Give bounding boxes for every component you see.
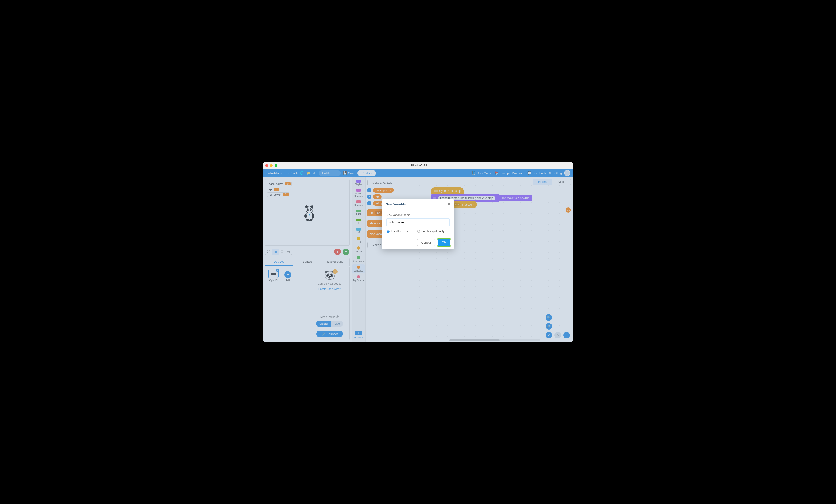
mode-upload[interactable]: Upload	[316, 321, 331, 327]
dialog-close-button[interactable]: ✕	[448, 202, 451, 206]
block-label: pressed?	[462, 203, 474, 206]
stage-view-small[interactable]: ▥	[272, 249, 279, 255]
zoom-out-button[interactable]: 🔎	[546, 323, 552, 330]
user-guide-link[interactable]: User Guide	[471, 171, 492, 175]
gear-icon	[548, 171, 551, 175]
examples-label: Example Programs	[499, 171, 525, 175]
extension-button[interactable]: +extension	[354, 329, 364, 340]
palette-var-base-power[interactable]: ✓ base_power	[367, 188, 415, 193]
category-variables[interactable]: Variables	[352, 264, 365, 273]
radio-icon	[386, 230, 390, 233]
category-label: AI	[352, 222, 365, 225]
category-my-blocks[interactable]: My Blocks	[352, 274, 365, 283]
save-button[interactable]: Save	[343, 171, 355, 175]
zoom-reset-button[interactable]: =	[563, 332, 570, 338]
settings-link[interactable]: Setting	[548, 171, 562, 175]
svg-point-9	[312, 214, 314, 218]
checkbox-icon[interactable]: ✓	[367, 188, 371, 192]
connect-heading: Connect your device	[318, 282, 341, 285]
var-reporter[interactable]: kp	[373, 194, 382, 199]
device-chip-icon	[271, 272, 276, 275]
block-hat-startup[interactable]: CyberPi starts up	[431, 188, 464, 194]
canvas-scrollbar[interactable]	[450, 340, 540, 341]
code-toggle-button[interactable]: </>	[566, 208, 571, 213]
var-name: kp	[269, 188, 272, 191]
scrollbar-thumb[interactable]	[450, 340, 500, 341]
undo-button[interactable]: ↶	[546, 332, 552, 338]
category-control[interactable]: Control	[352, 245, 365, 254]
stage-sprite-panda[interactable]	[302, 205, 316, 221]
stop-button[interactable]: ■	[334, 249, 341, 255]
category-label: Display	[352, 183, 365, 186]
user-guide-label: User Guide	[477, 171, 492, 175]
checkbox-icon[interactable]: ✓	[367, 195, 371, 199]
device-card-cyberpi[interactable]: × CyberPi	[267, 270, 280, 337]
examples-link[interactable]: Example Programs	[494, 171, 525, 175]
category-label: LAN	[352, 213, 365, 216]
svg-point-2	[305, 206, 308, 208]
howto-link[interactable]: How to use device?	[318, 287, 341, 290]
block-dropdown[interactable]: B ▾	[453, 203, 460, 206]
block-show-variable[interactable]: show var	[367, 220, 383, 227]
tab-python[interactable]: Python	[552, 179, 571, 185]
language-icon[interactable]	[300, 171, 304, 175]
category-iot[interactable]: IoT	[352, 227, 365, 235]
field-label: New variable name:	[386, 214, 450, 217]
mode-live[interactable]: Live	[331, 321, 343, 327]
tab-sprites[interactable]: Sprites	[293, 258, 321, 266]
category-color-icon	[357, 266, 360, 269]
block-slot[interactable]: ba	[375, 211, 382, 215]
category-motion-sensing[interactable]: Motion Sensing	[352, 188, 365, 199]
var-monitor-kp[interactable]: kp 0	[267, 187, 280, 191]
radio-this-sprite[interactable]: For this sprite only	[417, 230, 444, 233]
radio-all-sprites[interactable]: For all sprites	[386, 230, 408, 233]
account-avatar[interactable]	[564, 170, 570, 176]
checkbox-icon[interactable]: ✓	[367, 201, 371, 205]
device-remove-icon[interactable]: ×	[276, 269, 280, 272]
svg-point-10	[306, 219, 309, 221]
project-title-input[interactable]: Untitled	[319, 170, 341, 176]
tab-devices[interactable]: Devices	[265, 258, 293, 266]
category-color-icon	[356, 210, 361, 212]
stage-fullscreen-button[interactable]: ⛶	[265, 249, 272, 255]
ok-button[interactable]: OK	[438, 239, 451, 246]
publish-button[interactable]: Publish	[357, 170, 376, 176]
make-variable-button[interactable]: Make a Variable	[367, 179, 397, 186]
category-ai[interactable]: AI	[352, 217, 365, 226]
var-value: 0	[285, 182, 291, 185]
var-monitor-left-power[interactable]: left_power 0	[267, 192, 289, 197]
category-display[interactable]: Display	[352, 178, 365, 187]
category-lan[interactable]: LAN	[352, 208, 365, 217]
block-label: show var	[370, 222, 381, 225]
category-operators[interactable]: Operators	[352, 255, 365, 264]
connect-button[interactable]: Connect	[316, 331, 343, 337]
new-variable-dialog: New Variable ✕ New variable name: For al…	[382, 199, 454, 249]
block-label: CyberPi starts up	[439, 189, 461, 193]
zoom-in-button[interactable]: 🔍	[546, 314, 552, 321]
green-flag-button[interactable]: ⚑	[343, 249, 349, 255]
category-events[interactable]: Events	[352, 236, 365, 245]
category-rail: DisplayMotion SensingSensingLANAIIoTEven…	[352, 177, 365, 342]
var-reporter[interactable]: base_power	[373, 188, 394, 193]
stage-view-list[interactable]: ☷	[279, 249, 285, 255]
feedback-link[interactable]: Feedback	[527, 171, 546, 175]
cancel-button[interactable]: Cancel	[417, 239, 435, 246]
var-monitor-base-power[interactable]: base_power 0	[267, 181, 291, 186]
block-label: set	[370, 211, 374, 214]
tab-background[interactable]: Background	[321, 258, 349, 266]
device-add-button[interactable]: + Add	[282, 270, 294, 337]
stage-view-grid[interactable]: ▦	[285, 249, 291, 255]
device-add-label: Add	[282, 279, 294, 282]
category-sensing[interactable]: Sensing	[352, 199, 365, 208]
extension-label: extension	[354, 336, 364, 339]
stage-view-buttons: ⛶ ▥ ☷ ▦	[265, 249, 292, 255]
save-icon	[343, 171, 347, 175]
variable-name-input[interactable]	[386, 219, 450, 226]
redo-button[interactable]: ↷	[554, 332, 561, 338]
product-name: mBlock	[288, 171, 298, 175]
file-menu[interactable]: File	[306, 171, 317, 175]
svg-point-3	[311, 206, 314, 208]
palette-var-kp[interactable]: ✓ kp	[367, 194, 415, 199]
tab-blocks[interactable]: Blocks	[533, 179, 551, 185]
category-label: Events	[352, 241, 365, 244]
